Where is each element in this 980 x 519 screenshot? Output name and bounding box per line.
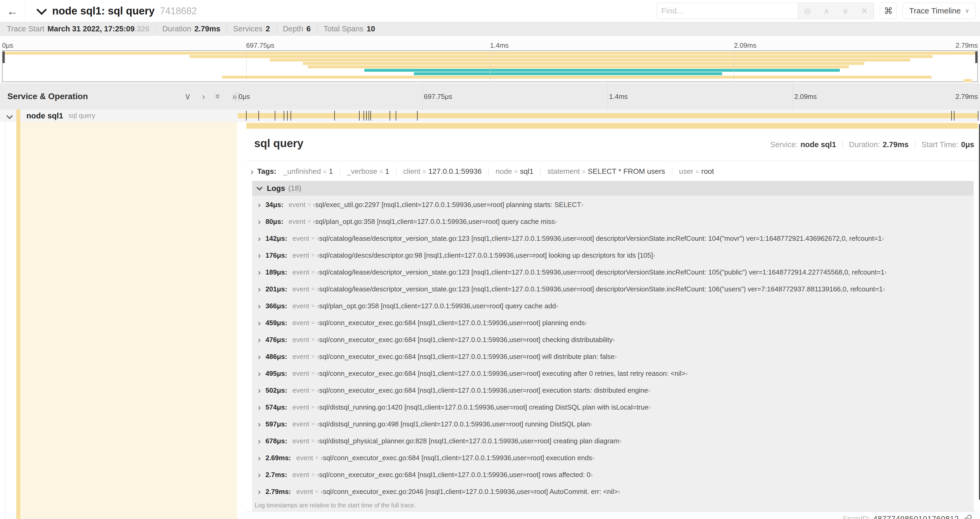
open-quote: ‹ [317,471,319,479]
open-quote: ‹ [313,217,315,225]
tag-divider [540,167,541,176]
tag-key: _unfinished [283,167,321,176]
log-row[interactable]: ›495μs:event=‹sql/conn_executor_exec.go:… [252,365,974,382]
log-timestamp: 502μs: [266,386,287,394]
back-button[interactable]: ← [0,0,25,22]
log-timestamp: 2.79ms: [266,488,291,496]
find-tools: ◎ ∧ ∨ ✕ [798,3,874,19]
log-row[interactable]: ›34μs:event=‹sql/exec_util.go:2297 [nsql… [252,196,974,213]
minimap-canvas[interactable] [2,50,978,82]
close-quote: › [653,251,655,259]
trace-title: node sql1: sql query [52,5,154,17]
tag-value: 1 [385,167,389,176]
prev-result-icon[interactable]: ∧ [817,6,836,16]
selected-span-tint [20,122,237,519]
log-row[interactable]: ›502μs:event=‹sql/conn_executor_exec.go:… [252,382,974,399]
log-timestamp: 678μs: [266,437,287,445]
span-duration-bar[interactable] [238,113,978,118]
trace-view-selector[interactable]: Trace Timeline ∨ [902,3,976,19]
tag-item[interactable]: _unfinished=1 [283,167,333,176]
log-row[interactable]: ›142μs:event=‹sql/catalog/lease/descript… [252,230,974,247]
tag-value: 1 [329,167,333,176]
expand-one-icon[interactable]: › [202,92,205,101]
link-icon[interactable] [963,514,972,519]
tag-item[interactable]: user=root [679,167,714,176]
log-row[interactable]: ›476μs:event=‹sql/conn_executor_exec.go:… [252,331,974,348]
chevron-right-icon: › [258,268,261,276]
log-field-key: event [293,471,309,479]
log-row[interactable]: ›678μs:event=‹sql/distsql_physical_plann… [252,433,974,449]
tag-item[interactable]: node=sql1 [496,167,533,176]
summary-value: 6 [306,24,310,33]
log-field-value: ‹sql/conn_executor_exec.go:684 [nsql1,cl… [317,353,617,361]
chevron-right-icon: › [258,302,261,310]
log-row[interactable]: ›366μs:event=‹sql/plan_opt.go:358 [nsql1… [252,297,974,315]
logs-accordion-header[interactable]: Logs (18) [252,181,974,196]
collapse-all-icon[interactable]: » [214,94,223,99]
detail-span-bar[interactable] [246,123,978,129]
log-field-key: event [289,217,305,226]
tag-item[interactable]: _verbose=1 [347,167,389,176]
log-field-value: ‹sql/conn_executor_exec.go:684 [nsql1,cl… [317,336,615,344]
minimap-tick-label: 1.4ms [490,42,509,50]
next-result-icon[interactable]: ∨ [836,6,855,16]
log-marker-tick [371,111,371,121]
tags-label: Tags: [257,167,276,176]
open-quote: ‹ [317,336,319,343]
log-row[interactable]: ›2.69ms:event=‹sql/conn_executor_exec.go… [252,449,974,466]
focus-icon[interactable]: ◎ [798,6,817,16]
tag-divider [672,167,672,176]
scrollbar[interactable] [979,124,980,500]
log-row[interactable]: ›486μs:event=‹sql/conn_executor_exec.go:… [252,348,974,365]
close-quote: › [613,336,615,343]
log-timestamp: 486μs: [266,353,287,361]
span-bar-cell[interactable] [237,109,978,122]
tag-item[interactable]: statement=SELECT * FROM users [547,167,665,176]
span-row[interactable]: node sql1 sql query [0,109,980,122]
tag-key: user [679,167,694,176]
tag-item[interactable]: client=127.0.0.1:59936 [403,167,482,176]
tags-accordion[interactable]: › Tags: _unfinished=1_verbose=1client=12… [251,166,974,177]
minimap-right-scrub-handle[interactable] [975,51,977,63]
equals-sign: = [312,421,315,428]
log-row[interactable]: ›574μs:event=‹sql/distsql_running.go:142… [252,399,974,416]
log-field-value-text: sql/catalog/lease/descriptor_version_sta… [319,235,882,242]
equals-sign: = [315,488,318,495]
log-row[interactable]: ›80μs:event=‹sql/plan_opt.go:358 [nsql1,… [252,213,974,230]
open-quote: ‹ [317,420,319,428]
log-row[interactable]: ›176μs:event=‹sql/catalog/descs/descript… [252,247,974,264]
tag-divider [340,167,340,176]
equals-sign: = [312,370,315,377]
command-icon: ⌘ [884,6,893,16]
collapse-one-icon[interactable]: ∨ [185,92,191,101]
log-field-value-text: sql/conn_executor_exec.go:684 [nsql1,cli… [319,386,648,394]
log-row[interactable]: ›2.7ms:event=‹sql/conn_executor_exec.go:… [252,466,974,483]
log-row[interactable]: ›201μs:event=‹sql/catalog/lease/descript… [252,281,974,297]
equals-sign: = [582,168,585,176]
logs-title: Logs [267,184,285,193]
indent-guide [5,122,6,519]
chevron-right-icon: › [258,217,261,226]
log-timestamp: 2.69ms: [266,454,291,462]
log-field-value-text: sql/conn_executor_exec.go:684 [nsql1,cli… [319,353,615,361]
log-row[interactable]: ›459μs:event=‹sql/conn_executor_exec.go:… [252,315,974,331]
tag-key: _verbose [347,167,377,176]
minimap-left-scrub-handle[interactable] [3,51,5,63]
log-marker-tick [369,111,369,121]
find-input[interactable] [656,3,798,19]
close-quote: › [615,353,617,361]
summary-label: Services [233,24,262,33]
log-field-value: ‹sql/conn_executor_exec.go:684 [nsql1,cl… [317,386,651,394]
equals-sign: = [379,168,383,176]
log-row[interactable]: ›597μs:event=‹sql/distsql_running.go:498… [252,416,974,433]
span-collapse-chevron-icon[interactable] [6,113,13,119]
clear-search-icon[interactable]: ✕ [855,6,874,16]
log-field-key: event [293,353,309,361]
log-row[interactable]: ›2.79ms:event=‹sql/conn_executor_exec.go… [252,483,974,500]
minimap-span-bar [270,59,910,61]
trace-collapse-chevron-icon[interactable] [37,5,47,15]
log-field-key: event [296,488,313,496]
log-row[interactable]: ›189μs:event=‹sql/catalog/lease/descript… [252,264,974,281]
keyboard-shortcuts-button[interactable]: ⌘ [880,3,897,19]
open-quote: ‹ [317,285,319,293]
